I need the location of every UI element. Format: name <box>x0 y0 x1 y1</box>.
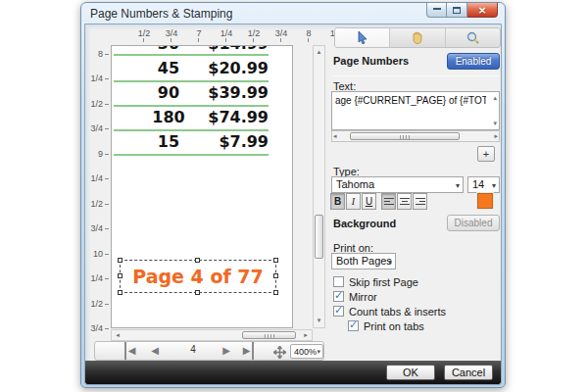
document-preview-page[interactable]: 30 $14.99 45 $20.99 90 $39.99 180 $74.99… <box>111 45 293 328</box>
dialog-body: 1/2 3/4 7 1/4 1/2 3/4 8 1/4 8 1/4 1/2 3/… <box>84 24 502 385</box>
page-number-stamp-selection[interactable]: Page 4 of 77 <box>120 260 276 293</box>
font-size-value: 14 <box>472 178 484 190</box>
cursor-arrow-icon <box>357 31 368 44</box>
dialog-title: Page Numbers & Stamping <box>90 7 232 21</box>
stamp-text: Page 4 of 77 <box>132 266 264 287</box>
minimize-button[interactable] <box>426 3 447 18</box>
check-icon: ✓ <box>334 289 343 302</box>
close-button[interactable]: × <box>467 3 498 18</box>
horizontal-ruler: 1/2 3/4 7 1/4 1/2 3/4 8 1/4 <box>111 26 327 44</box>
select-tool-button[interactable] <box>335 28 390 47</box>
italic-button[interactable]: I <box>346 193 361 210</box>
preview-horizontal-scrollbar[interactable]: ◂ ▸ <box>111 329 313 341</box>
first-page-button[interactable]: ◀ <box>124 342 136 360</box>
align-right-icon <box>416 198 425 207</box>
preview-vertical-scrollbar[interactable]: ▴ ▾ <box>313 45 325 328</box>
resize-handle[interactable] <box>195 258 200 263</box>
align-center-button[interactable] <box>397 193 412 210</box>
scroll-right-icon[interactable]: ▸ <box>300 330 312 340</box>
stamp-text-input[interactable]: age {#CURRENT_PAGE} of {#TOTAL_PAGES} ▴ … <box>331 91 500 130</box>
horizontal-scroll-thumb[interactable] <box>242 331 296 339</box>
maximize-button[interactable] <box>447 3 467 18</box>
table-row: 90 $39.99 <box>112 83 272 103</box>
separator <box>333 75 500 76</box>
checkbox-label: Count tabs & inserts <box>349 306 446 318</box>
resize-handle[interactable] <box>195 290 200 295</box>
vertical-scroll-thumb[interactable] <box>315 215 323 259</box>
table-cell-price: $74.99 <box>190 108 269 127</box>
chevron-down-icon: ▾ <box>317 345 320 359</box>
checkbox-label: Print on tabs <box>364 320 424 332</box>
align-center-icon <box>400 198 410 207</box>
cancel-button[interactable]: Cancel <box>444 365 493 380</box>
resize-handle[interactable] <box>273 273 278 278</box>
ruler-mark: 1/2 <box>85 99 103 109</box>
vertical-ruler: 8 1/4 1/2 3/4 9 1/4 1/2 3/4 10 1/4 1/2 3… <box>85 45 111 339</box>
ruler-mark: 8 <box>295 28 322 38</box>
ruler-mark: 3/4 <box>85 123 103 133</box>
dialog-footer: OK Cancel <box>85 361 501 384</box>
current-page-field[interactable]: 4 <box>181 344 205 358</box>
chevron-down-icon: ▾ <box>492 178 496 193</box>
background-disabled-button[interactable]: Disabled <box>447 215 500 231</box>
scroll-right-icon[interactable]: ▸ <box>494 131 498 141</box>
resize-handle[interactable] <box>118 258 122 263</box>
ruler-mark: 1/4 <box>213 28 240 38</box>
scroll-down-icon[interactable]: ▾ <box>493 120 497 127</box>
scroll-up-icon[interactable]: ▴ <box>493 94 497 102</box>
zoom-tool-button[interactable] <box>446 28 500 47</box>
zoom-level-select[interactable]: 400% ▾ <box>290 344 323 359</box>
table-cell-price: $7.99 <box>190 132 269 152</box>
table-cell-price: $20.99 <box>190 59 269 78</box>
resize-handle[interactable] <box>273 290 278 295</box>
scroll-down-icon[interactable]: ▾ <box>314 315 324 327</box>
print-on-tabs-checkbox[interactable]: ✓ <box>348 320 359 331</box>
chevron-down-icon: ▾ <box>456 178 460 193</box>
align-left-icon <box>384 198 394 207</box>
font-family-value: Tahoma <box>336 178 374 190</box>
page-numbers-section-header: Page Numbers <box>333 55 409 67</box>
table-cell-price: $14.99 <box>190 45 269 54</box>
page-numbers-enabled-button[interactable]: Enabled <box>447 53 500 70</box>
scroll-left-icon[interactable]: ◂ <box>112 330 123 340</box>
checkbox-row-count-tabs[interactable]: ✓ Count tabs & inserts <box>333 305 446 318</box>
pan-tool-button[interactable] <box>390 28 445 47</box>
scroll-left-icon[interactable]: ◂ <box>333 131 337 141</box>
font-size-select[interactable]: 14 ▾ <box>467 176 500 193</box>
table-cell-price: $39.99 <box>190 83 269 103</box>
ok-button[interactable]: OK <box>386 365 435 380</box>
last-page-button[interactable]: ▶ <box>242 342 254 360</box>
resize-handle[interactable] <box>118 273 122 278</box>
align-left-button[interactable] <box>381 193 396 210</box>
check-icon: ✓ <box>349 318 358 331</box>
ruler-mark: 7 <box>185 28 213 38</box>
scroll-up-icon[interactable]: ▴ <box>314 46 324 59</box>
ruler-mark: 1/4 <box>85 173 103 183</box>
print-on-select[interactable]: Both Pages ▾ <box>331 253 396 270</box>
resize-handle[interactable] <box>273 258 278 263</box>
font-family-select[interactable]: Tahoma ▾ <box>331 176 464 193</box>
count-tabs-checkbox[interactable]: ✓ <box>333 306 344 317</box>
previous-page-button[interactable]: ◀ <box>149 342 161 360</box>
table-divider <box>114 105 269 107</box>
minimize-icon <box>433 7 441 10</box>
mirror-checkbox[interactable]: ✓ <box>333 291 344 302</box>
preview-toolbar <box>334 27 501 48</box>
horizontal-scroll-thumb[interactable] <box>350 132 460 140</box>
ruler-mark: 3/4 <box>85 223 103 233</box>
checkbox-row-mirror[interactable]: ✓ Mirror <box>333 290 377 303</box>
checkbox-row-print-on-tabs[interactable]: ✓ Print on tabs <box>348 319 424 332</box>
ruler-mark: 10 <box>85 249 103 259</box>
text-input-horizontal-scrollbar[interactable]: ◂ ▸ <box>331 130 500 142</box>
underline-button[interactable]: U <box>362 193 376 210</box>
skip-first-page-checkbox[interactable]: ✓ <box>333 276 344 287</box>
next-page-button[interactable]: ▶ <box>220 342 232 360</box>
checkbox-row-skip-first-page[interactable]: ✓ Skip first Page <box>333 275 418 288</box>
table-row: 45 $20.99 <box>112 59 272 78</box>
align-right-button[interactable] <box>413 193 427 210</box>
resize-handle[interactable] <box>118 290 122 295</box>
bold-button[interactable]: B <box>330 193 345 210</box>
font-color-swatch[interactable] <box>477 193 493 209</box>
add-stamp-token-button[interactable]: + <box>477 146 495 162</box>
title-bar[interactable]: Page Numbers & Stamping × <box>81 3 505 24</box>
